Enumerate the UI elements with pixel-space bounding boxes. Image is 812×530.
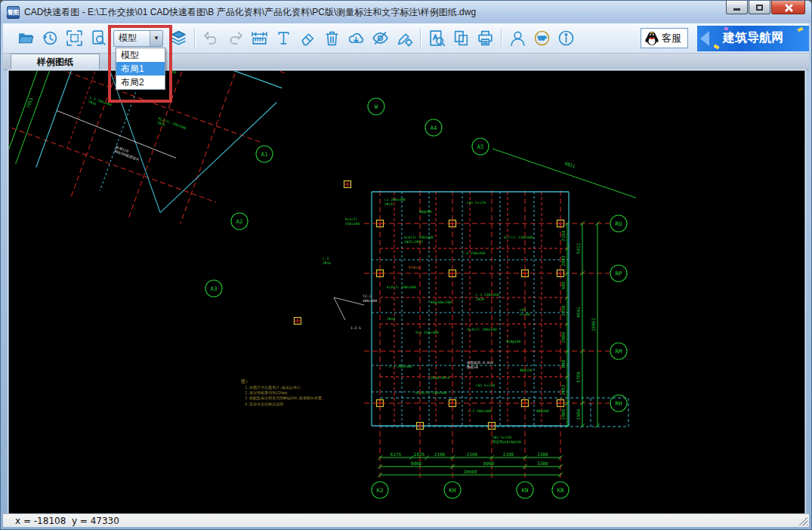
svg-text:L1 200x4002Φ16: L1 200x4002Φ16	[384, 198, 406, 206]
confetti-decor	[713, 44, 719, 49]
svg-text:RQ: RQ	[615, 220, 622, 227]
window-title: CAD快速看图 - E:\工作交接\01 CAD快速看图\B 产品化资料\产品化…	[24, 6, 476, 19]
svg-text:L-7 200x400: L-7 200x400	[389, 365, 412, 368]
svg-text:20600: 20600	[463, 469, 477, 474]
close-icon	[784, 3, 793, 12]
page-extract-button[interactable]	[449, 26, 473, 51]
nav-site-banner[interactable]: 建筑导航网	[697, 26, 809, 51]
cad-drawing: KL1(2) 250x5002Φ22;Φ8@100/200L-3 200x400…	[9, 71, 804, 513]
close-button[interactable]	[771, 1, 805, 14]
tab-sample-drawing[interactable]: 样例图纸	[11, 54, 100, 69]
svg-text:2Φ16+2Φ14: 2Φ16+2Φ14	[431, 376, 449, 380]
svg-text:5411: 5411	[576, 242, 581, 254]
account-button[interactable]	[505, 26, 529, 51]
about-button[interactable]	[554, 26, 578, 51]
measure-button[interactable]	[247, 26, 271, 51]
svg-text:XB1 h=150双层双向Φ10@150: XB1 h=150双层双向Φ10@150	[492, 436, 521, 445]
fit-view-button[interactable]	[62, 26, 86, 51]
undo-icon	[202, 29, 220, 47]
account-icon	[509, 29, 526, 47]
annotation-settings-button[interactable]	[392, 26, 416, 51]
cloud-sync-button[interactable]	[344, 26, 368, 51]
view-option-布局2[interactable]: 布局2	[116, 75, 165, 89]
minimize-icon	[733, 8, 740, 11]
view-option-布局1[interactable]: 布局1	[116, 62, 165, 75]
customer-service-button[interactable]: 客服	[641, 28, 688, 48]
resize-grip[interactable]	[798, 516, 807, 525]
svg-text:A3: A3	[210, 285, 217, 292]
print-icon	[477, 29, 494, 47]
open-file-icon	[17, 29, 35, 47]
delete-button[interactable]	[320, 26, 344, 51]
svg-text:2Φ18: 2Φ18	[387, 317, 395, 321]
text-annotate-button[interactable]	[271, 26, 295, 51]
svg-text:L-4 250x450: L-4 250x450	[462, 251, 486, 255]
svg-text:2980: 2980	[560, 331, 566, 343]
confetti-decor	[724, 26, 729, 30]
minimize-button[interactable]	[726, 1, 748, 14]
fit-view-icon	[66, 29, 83, 47]
svg-text:KL2(2) 250x5002Φ20: KL2(2) 250x5002Φ20	[156, 116, 187, 134]
toolbar-separator	[501, 29, 502, 48]
svg-text:吊2Φ14: 吊2Φ14	[408, 266, 420, 270]
page-zoom-icon	[90, 29, 107, 47]
svg-text:KL4(2)250x500: KL4(2)250x500	[345, 217, 360, 226]
svg-text:K2: K2	[376, 487, 383, 494]
open-file-button[interactable]	[14, 26, 38, 51]
svg-text:VIP: VIP	[538, 35, 546, 41]
view-selector-value: 模型	[114, 32, 150, 45]
app-window: 看图 CAD快速看图 - E:\工作交接\01 CAD快速看图\B 产品化资料\…	[0, 0, 812, 530]
hide-annotations-button[interactable]	[368, 26, 392, 51]
restore-button[interactable]	[749, 1, 770, 14]
customer-service-label: 客服	[662, 32, 681, 45]
svg-text:7953: 7953	[25, 97, 34, 109]
titlebar[interactable]: 看图 CAD快速看图 - E:\工作交接\01 CAD快速看图\B 产品化资料\…	[1, 1, 811, 23]
svg-text:848: 848	[560, 359, 566, 368]
redo-button[interactable]	[223, 26, 247, 51]
svg-text:9641: 9641	[576, 307, 581, 318]
undo-button[interactable]	[199, 26, 223, 51]
svg-text:1.本图尺寸以毫米计,标高以米计。: 1.本图尺寸以毫米计,标高以米计。	[245, 385, 304, 390]
svg-text:2862: 2862	[560, 255, 566, 267]
nav-site-label: 建筑导航网	[723, 30, 783, 46]
svg-text:1025: 1025	[414, 451, 425, 457]
view-selector[interactable]: 模型▼	[113, 30, 163, 47]
hide-annotations-icon	[372, 29, 389, 47]
page-zoom-button[interactable]	[86, 26, 110, 51]
svg-text:3.板配筋未注明者均为Φ8@200,双层双向布置。: 3.板配筋未注明者均为Φ8@200,双层双向布置。	[245, 396, 326, 401]
svg-text:L-3 200x4002Φ16: L-3 200x4002Φ16	[88, 96, 112, 111]
svg-text:2.未注明板厚均为120mm。: 2.未注明板厚均为120mm。	[245, 390, 291, 395]
about-icon	[557, 29, 575, 47]
svg-text:LB2h=100: LB2h=100	[520, 308, 530, 316]
svg-text:5769: 5769	[576, 371, 581, 383]
svg-text:9000: 9000	[411, 461, 422, 466]
layers-icon	[170, 29, 187, 47]
svg-text:985: 985	[560, 281, 566, 289]
svg-text:KN: KN	[521, 487, 528, 494]
view-option-模型[interactable]: 模型	[116, 48, 165, 62]
svg-text:2952: 2952	[560, 384, 566, 396]
vip-button[interactable]: VIP	[529, 26, 554, 51]
svg-text:KB: KB	[557, 487, 564, 494]
drawing-canvas[interactable]: KL1(2) 250x5002Φ22;Φ8@100/200L-3 200x400…	[8, 70, 805, 514]
svg-text:KL10(2) 250x500: KL10(2) 250x500	[415, 391, 447, 395]
svg-text:A2: A2	[236, 218, 242, 225]
redo-icon	[227, 29, 244, 47]
window-controls	[725, 1, 805, 14]
find-text-icon	[428, 29, 446, 47]
svg-text:L-2 200x400: L-2 200x400	[468, 409, 492, 413]
svg-text:20962: 20962	[591, 318, 596, 331]
chevron-down-icon[interactable]: ▼	[150, 31, 162, 46]
svg-text:XL1 250x400: XL1 250x400	[415, 331, 439, 334]
svg-text:Φ10@100: Φ10@100	[506, 340, 521, 344]
svg-text:9000: 9000	[483, 461, 495, 466]
svg-text:A5: A5	[477, 143, 483, 150]
eraser-button[interactable]	[295, 26, 320, 51]
layers-button[interactable]	[166, 26, 190, 51]
svg-text:2100: 2100	[467, 451, 478, 457]
find-text-button[interactable]	[425, 26, 449, 51]
recent-files-button[interactable]	[38, 26, 62, 51]
svg-text:注:: 注:	[240, 378, 249, 384]
print-button[interactable]	[473, 26, 497, 51]
recent-files-icon	[42, 29, 59, 47]
